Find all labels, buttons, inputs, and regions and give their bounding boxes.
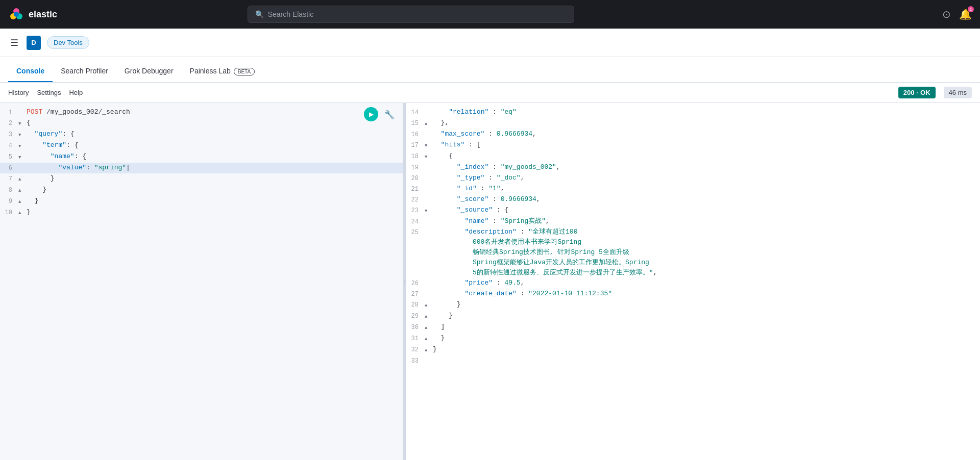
app-badge: D bbox=[27, 36, 41, 50]
result-line-18: 18 ▼ { bbox=[406, 151, 980, 162]
editor-line-10: 10 ▲ } bbox=[0, 207, 403, 218]
editor-line-1: 1 POST /my_goods_002/_search ▶ 🔧 bbox=[0, 107, 403, 118]
svg-point-3 bbox=[14, 12, 19, 17]
result-line-16: 16 "max_score" : 0.9666934, bbox=[406, 129, 980, 140]
search-bar[interactable]: 🔍 Search Elastic bbox=[248, 6, 574, 23]
hamburger-button[interactable]: ☰ bbox=[8, 35, 20, 50]
settings-button[interactable]: Settings bbox=[37, 89, 61, 96]
editor-line-3: 3 ▼ "query": { bbox=[0, 129, 403, 140]
editor-line-6: 6 "value": "spring"| bbox=[0, 163, 403, 173]
help-button[interactable]: Help bbox=[69, 89, 83, 96]
result-line-32: 32 ▲ } bbox=[406, 344, 980, 355]
sub-header: ☰ D Dev Tools bbox=[0, 29, 980, 57]
toolbar: History Settings Help 200 - OK 46 ms bbox=[0, 83, 980, 103]
editor-line-9: 9 ▲ } bbox=[0, 196, 403, 207]
tab-grok-debugger[interactable]: Grok Debugger bbox=[116, 67, 182, 82]
result-line-27: 27 "create_date" : "2022-01-10 11:12:35" bbox=[406, 289, 980, 299]
tab-search-profiler[interactable]: Search Profiler bbox=[53, 67, 116, 82]
tabs-bar: Console Search Profiler Grok Debugger Pa… bbox=[0, 57, 980, 83]
bell-icon[interactable]: 🔔 1 bbox=[959, 8, 972, 20]
result-line-19: 19 "_index" : "my_goods_002", bbox=[406, 162, 980, 173]
result-line-24: 24 "name" : "Spring实战", bbox=[406, 216, 980, 227]
result-line-31: 31 ▲ } bbox=[406, 333, 980, 344]
result-line-14: 14 "relation" : "eq" bbox=[406, 107, 980, 118]
editor-line-4: 4 ▼ "term": { bbox=[0, 140, 403, 151]
result-line-22: 22 "_score" : 0.9666934, bbox=[406, 194, 980, 205]
result-line-21: 21 "_id" : "1", bbox=[406, 184, 980, 194]
beta-badge: BETA bbox=[234, 68, 255, 75]
time-badge: 46 ms bbox=[944, 87, 972, 98]
tab-console[interactable]: Console bbox=[8, 67, 53, 82]
result-line-26: 26 "price" : 49.5, bbox=[406, 278, 980, 289]
result-pane: 14 "relation" : "eq" 15 ▲ }, 16 "max_sco… bbox=[406, 103, 980, 460]
wrench-button[interactable]: 🔧 bbox=[382, 107, 397, 121]
result-line-15: 15 ▲ }, bbox=[406, 118, 980, 129]
elastic-logo-icon bbox=[8, 6, 24, 22]
search-placeholder: Search Elastic bbox=[268, 10, 313, 18]
logo-text: elastic bbox=[29, 9, 57, 20]
run-button[interactable]: ▶ bbox=[364, 107, 378, 121]
result-line-20: 20 "_type" : "_doc", bbox=[406, 173, 980, 184]
editor-line-7: 7 ▲ } bbox=[0, 173, 403, 185]
result-line-25: 25 "description" : "全球有超过100 000名开发者使用本书… bbox=[406, 227, 980, 278]
search-icon: 🔍 bbox=[255, 10, 264, 18]
run-btn-area: ▶ 🔧 bbox=[364, 107, 397, 121]
result-line-28: 28 ▲ } bbox=[406, 299, 980, 311]
editor-line-5: 5 ▼ "name": { bbox=[0, 151, 403, 163]
result-line-33: 33 bbox=[406, 355, 980, 366]
result-line-23: 23 ▼ "_source" : { bbox=[406, 205, 980, 216]
history-button[interactable]: History bbox=[8, 89, 29, 96]
elastic-logo: elastic bbox=[8, 6, 59, 22]
editor-pane: 1 POST /my_goods_002/_search ▶ 🔧 2 ▼ { 3… bbox=[0, 103, 403, 460]
status-badge: 200 - OK bbox=[898, 87, 936, 98]
editor-line-8: 8 ▲ } bbox=[0, 185, 403, 196]
editor-line-2: 2 ▼ { bbox=[0, 118, 403, 129]
dev-tools-button[interactable]: Dev Tools bbox=[47, 36, 89, 49]
tab-painless-lab[interactable]: Painless LabBETA bbox=[182, 67, 263, 82]
main-content: 1 POST /my_goods_002/_search ▶ 🔧 2 ▼ { 3… bbox=[0, 103, 980, 460]
result-line-17: 17 ▼ "hits" : [ bbox=[406, 140, 980, 151]
result-line-29: 29 ▲ } bbox=[406, 311, 980, 322]
top-bar-right: ⊙ 🔔 1 bbox=[942, 8, 972, 20]
code-editor[interactable]: 1 POST /my_goods_002/_search ▶ 🔧 2 ▼ { 3… bbox=[0, 103, 403, 460]
user-icon[interactable]: ⊙ bbox=[942, 8, 951, 20]
top-bar: elastic 🔍 Search Elastic ⊙ 🔔 1 bbox=[0, 0, 980, 29]
result-line-30: 30 ▲ ] bbox=[406, 322, 980, 333]
search-bar-container: 🔍 Search Elastic bbox=[248, 6, 574, 23]
